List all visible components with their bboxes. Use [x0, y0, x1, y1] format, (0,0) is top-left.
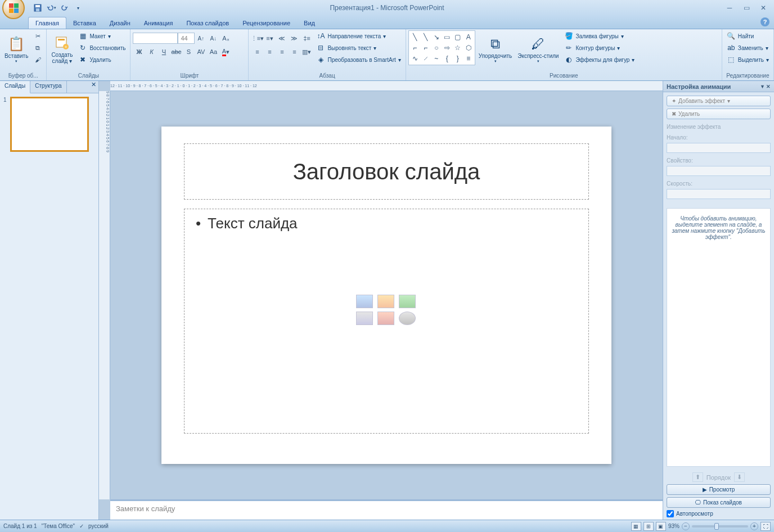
shapes-gallery[interactable]: ╲ ╲ ↘ ▭ ▢ A ⌐ ⌐ ○ ⇨ ☆ ⬡ ∿ ⟋ ~ { } ≡: [408, 30, 475, 65]
decrease-indent-icon[interactable]: ≪: [276, 33, 288, 44]
tab-insert[interactable]: Вставка: [66, 17, 103, 29]
tab-view[interactable]: Вид: [297, 17, 322, 29]
shape-rect-icon[interactable]: ▢: [453, 32, 463, 42]
slideshow-button[interactable]: 🖵 Показ слайдов: [667, 497, 771, 508]
shape-textbox-icon[interactable]: A: [464, 32, 474, 42]
shape-brace-icon[interactable]: {: [442, 53, 452, 64]
reset-button[interactable]: ↻Восстановить: [76, 42, 128, 53]
cut-icon[interactable]: ✂: [32, 30, 44, 42]
align-center-icon[interactable]: ≡: [263, 46, 276, 57]
tab-slideshow[interactable]: Показ слайдов: [179, 17, 236, 29]
zoom-out-icon[interactable]: −: [682, 522, 690, 530]
help-icon[interactable]: ?: [760, 17, 770, 26]
fit-window-icon[interactable]: ⛶: [760, 522, 771, 531]
underline-icon[interactable]: Ч: [158, 46, 170, 57]
tab-review[interactable]: Рецензирование: [236, 17, 297, 29]
shape-scribble-icon[interactable]: ~: [431, 53, 442, 64]
slide-indicator[interactable]: Слайд 1 из 1: [3, 523, 37, 529]
sorter-view-icon[interactable]: ⊞: [644, 522, 654, 531]
layout-button[interactable]: ▦Макет ▾: [76, 30, 128, 42]
shape-brace-icon[interactable]: }: [453, 53, 463, 64]
slideshow-view-icon[interactable]: ▣: [656, 522, 666, 531]
insert-clipart-icon[interactable]: [377, 312, 394, 325]
smartart-button[interactable]: ◈Преобразовать в SmartArt ▾: [314, 54, 403, 65]
char-spacing-icon[interactable]: AV: [195, 46, 207, 57]
pane-dropdown-icon[interactable]: ▼: [760, 84, 765, 89]
clear-format-icon[interactable]: Aₓ: [219, 33, 232, 44]
new-slide-button[interactable]: + Создатьслайд ▾: [49, 30, 75, 67]
select-button[interactable]: ⬚Выделить ▾: [724, 54, 771, 65]
pane-close-icon[interactable]: ✕: [766, 84, 771, 89]
align-text-button[interactable]: ⊟Выровнять текст ▾: [314, 42, 403, 53]
maximize-button[interactable]: ▭: [739, 3, 754, 12]
content-placeholder[interactable]: Текст слайда: [184, 209, 589, 434]
text-direction-button[interactable]: ↕AНаправление текста ▾: [314, 30, 403, 42]
insert-table-icon[interactable]: [356, 295, 373, 308]
qat-customize-icon[interactable]: ▾: [72, 2, 84, 14]
tab-design[interactable]: Дизайн: [103, 17, 137, 29]
title-placeholder[interactable]: Заголовок слайда: [184, 143, 589, 200]
numbering-icon[interactable]: ≡▾: [263, 33, 276, 44]
insert-media-icon[interactable]: [399, 312, 416, 325]
shape-effects-button[interactable]: ◐Эффекты для фигур ▾: [562, 54, 637, 65]
shape-fill-button[interactable]: 🪣Заливка фигуры ▾: [562, 30, 637, 42]
line-spacing-icon[interactable]: ‡≡: [300, 33, 313, 44]
delete-slide-button[interactable]: ✖Удалить: [76, 54, 128, 65]
shape-curve-icon[interactable]: ∿: [410, 53, 420, 64]
justify-icon[interactable]: ≡: [288, 46, 300, 57]
shape-oval-icon[interactable]: ○: [431, 43, 442, 53]
format-painter-icon[interactable]: 🖌: [32, 54, 44, 65]
replace-button[interactable]: abЗаменить ▾: [724, 42, 771, 53]
checkbox-icon[interactable]: [667, 510, 674, 517]
copy-icon[interactable]: ⧉: [32, 42, 44, 53]
arrange-button[interactable]: ⧉ Упорядочить ▾: [476, 30, 515, 67]
font-color-icon[interactable]: A▾: [219, 46, 232, 57]
shape-rect-icon[interactable]: ▭: [442, 32, 452, 42]
shape-freeform-icon[interactable]: ⟋: [421, 53, 431, 64]
shadow-icon[interactable]: S: [182, 46, 195, 57]
shape-arrow-icon[interactable]: ↘: [431, 32, 442, 42]
font-name-combo[interactable]: [133, 33, 178, 44]
shape-connector-icon[interactable]: ⌐: [421, 43, 431, 53]
add-effect-button[interactable]: ✦Добавить эффект ▾: [667, 96, 771, 106]
zoom-in-icon[interactable]: +: [750, 522, 758, 530]
slide-thumbnail[interactable]: [10, 97, 89, 152]
shape-outline-button[interactable]: ✏Контур фигуры ▾: [562, 42, 637, 53]
change-case-icon[interactable]: Aa: [207, 46, 219, 57]
bold-icon[interactable]: Ж: [133, 46, 145, 57]
quick-styles-button[interactable]: 🖊 Экспресс-стили ▾: [515, 30, 561, 67]
panel-close-icon[interactable]: ✕: [88, 81, 98, 93]
shape-more-icon[interactable]: ≡: [464, 53, 474, 64]
notes-pane[interactable]: Заметки к слайду: [110, 499, 663, 520]
insert-picture-icon[interactable]: [356, 312, 373, 325]
autopreview-checkbox[interactable]: Автопросмотр: [667, 510, 771, 517]
redo-icon[interactable]: [58, 2, 71, 14]
font-size-combo[interactable]: 44: [178, 33, 195, 44]
shape-action-icon[interactable]: ⬡: [464, 43, 474, 53]
tab-outline[interactable]: Структура: [30, 81, 66, 93]
find-button[interactable]: 🔍Найти: [724, 30, 771, 42]
normal-view-icon[interactable]: ▦: [631, 522, 641, 531]
align-right-icon[interactable]: ≡: [276, 46, 288, 57]
thumbnail-item[interactable]: 1: [3, 97, 95, 152]
minimize-button[interactable]: ─: [722, 3, 737, 12]
spellcheck-icon[interactable]: ✓: [79, 523, 84, 529]
grow-font-icon[interactable]: A↑: [195, 33, 207, 44]
language-indicator[interactable]: русский: [88, 523, 109, 529]
tab-home[interactable]: Главная: [28, 17, 66, 29]
shrink-font-icon[interactable]: A↓: [207, 33, 219, 44]
strikethrough-icon[interactable]: abc: [170, 46, 182, 57]
italic-icon[interactable]: К: [145, 46, 158, 57]
slide[interactable]: Заголовок слайда Текст слайда: [161, 127, 611, 464]
save-icon[interactable]: [32, 2, 44, 14]
shape-arrow-icon[interactable]: ⇨: [442, 43, 452, 53]
align-left-icon[interactable]: ≡: [251, 46, 263, 57]
increase-indent-icon[interactable]: ≫: [288, 33, 300, 44]
zoom-level[interactable]: 93%: [668, 523, 680, 529]
preview-button[interactable]: ▶ Просмотр: [667, 484, 771, 495]
shape-connector-icon[interactable]: ⌐: [410, 43, 420, 53]
undo-icon[interactable]: ▾: [45, 2, 57, 14]
shape-star-icon[interactable]: ☆: [453, 43, 463, 53]
insert-chart-icon[interactable]: [377, 295, 394, 308]
shape-line-icon[interactable]: ╲: [410, 32, 420, 42]
